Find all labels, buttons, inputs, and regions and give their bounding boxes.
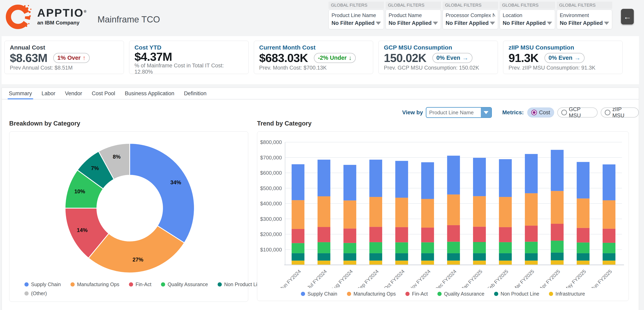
radio-icon [531, 110, 537, 115]
kpi-card-annual-cost: Annual Cost $8.63M 1% Over↑ Prev Annual … [4, 41, 124, 74]
global-filter-product-name: GLOBAL FILTERS Product Name No Filter Ap… [386, 2, 441, 29]
svg-text:34%: 34% [170, 180, 181, 186]
kpi-subtext: Prev. GCP MSU Consumption: 150.02K [384, 65, 492, 71]
view-by-control: View by Product Line Name [402, 107, 492, 118]
svg-text:Jul FY2024: Jul FY2024 [306, 268, 328, 288]
legend-dot-icon [494, 292, 498, 296]
back-button[interactable]: ← [621, 9, 634, 25]
donut-legend: Supply Chain Manufacturing Ops Fin-Act Q… [24, 281, 263, 296]
svg-text:Dec FY2024: Dec FY2024 [434, 268, 458, 288]
svg-text:$200,000: $200,000 [260, 231, 282, 237]
tab-summary[interactable]: Summary [8, 88, 32, 99]
legend-item: Infrastructure [549, 291, 585, 297]
view-by-dropdown[interactable]: Product Line Name [426, 107, 492, 118]
svg-text:14%: 14% [77, 227, 88, 233]
metrics-control: Metrics: Cost GCP MSU zIIP MSU [502, 107, 639, 117]
tab-definition[interactable]: Definition [184, 88, 207, 99]
radio-icon [605, 110, 610, 115]
svg-text:27%: 27% [132, 257, 143, 263]
legend-item: Non Product Line [218, 281, 263, 287]
legend-item: (Other) [24, 290, 47, 296]
kpi-card-gcp-msu-consumption: GCP MSU Consumption 150.02K 0% Even→ Pre… [378, 41, 498, 74]
legend-dot-icon [129, 282, 133, 286]
svg-text:$400,000: $400,000 [260, 201, 282, 207]
svg-text:8%: 8% [113, 154, 120, 160]
apptio-mainframe-tco-dashboard: APPTIO® an IBM Company Mainframe TCO GLO… [0, 0, 644, 310]
metric-radio-cost[interactable]: Cost [527, 107, 554, 117]
svg-text:Oct FY2024: Oct FY2024 [383, 268, 406, 288]
legend-item: Fin-Act [129, 281, 151, 287]
filter-section-label: GLOBAL FILTERS [557, 2, 612, 9]
legend-item: Quality Assurance [438, 291, 484, 297]
kpi-card-current-month-cost: Current Month Cost $683.03K -2% Under↓ P… [254, 41, 373, 74]
trend-legend: Supply Chain Manufacturing Ops Fin-Act Q… [257, 291, 628, 297]
legend-item: Quality Assurance [161, 281, 208, 287]
chevron-down-icon [376, 22, 381, 25]
svg-text:$700,000: $700,000 [260, 154, 282, 161]
svg-text:Jan FY2025: Jan FY2025 [460, 268, 483, 288]
legend-item: Supply Chain [24, 281, 61, 287]
filter-section-label: GLOBAL FILTERS [500, 2, 555, 9]
legend-item: Manufacturing Ops [70, 281, 119, 287]
kpi-value: $8.63M [10, 52, 47, 64]
chevron-down-icon [433, 22, 438, 25]
kpi-value: $683.03K [259, 52, 308, 64]
svg-text:Mar FY2025: Mar FY2025 [512, 268, 535, 288]
filter-section-label: GLOBAL FILTERS [442, 2, 498, 9]
trend-by-category-chart: $100,000$200,000$300,000$400,000$500,000… [257, 131, 629, 301]
legend-item: Non Product Line [494, 291, 539, 297]
kpi-subtext: Prev Annual Cost: $8.51M [10, 65, 118, 71]
svg-text:Sep FY2024: Sep FY2024 [356, 268, 380, 288]
breakdown-by-category-chart: 34%27%14%10%7%8% Supply Chain Manufactur… [9, 131, 248, 302]
legend-item: Manufacturing Ops [347, 291, 396, 297]
filter-dropdown[interactable]: Product Line Name No Filter Applied [328, 10, 384, 29]
tab-business-application[interactable]: Business Application [124, 88, 175, 99]
legend-dot-icon [218, 282, 222, 286]
global-filter-product-line-name: GLOBAL FILTERS Product Line Name No Filt… [328, 2, 384, 29]
apptio-logo: APPTIO® an IBM Company [5, 3, 87, 31]
kpi-value: 150.02K [384, 52, 426, 64]
legend-item: Fin-Act [406, 291, 428, 297]
svg-text:7%: 7% [91, 165, 99, 171]
donut-chart: 34%27%14%10%7%8% [10, 131, 248, 275]
trend-up-icon: ↑ [83, 54, 86, 62]
metric-radio-gcp-msu[interactable]: GCP MSU [557, 107, 598, 117]
tab-labor[interactable]: Labor [41, 88, 56, 99]
kpi-subtext: % of Mainframe Cost in Total IT Cost: 12… [134, 63, 243, 75]
legend-dot-icon [161, 282, 165, 286]
legend-dot-icon [24, 282, 29, 286]
global-filter-location: GLOBAL FILTERS Location No Filter Applie… [500, 2, 555, 29]
legend-dot-icon [301, 292, 305, 296]
tab-cost-pool[interactable]: Cost Pool [91, 88, 116, 99]
chevron-down-icon[interactable] [481, 108, 491, 117]
tab-vendor[interactable]: Vendor [65, 88, 83, 99]
breakdown-chart-title: Breakdown by Category [9, 120, 80, 127]
kpi-band: Annual Cost $8.63M 1% Over↑ Prev Annual … [2, 36, 639, 84]
kpi-value: $4.37M [134, 51, 172, 63]
kpi-card-cost-ytd: Cost YTD $4.37M % of Mainframe Cost in T… [129, 41, 249, 74]
kpi-value: 91.3K [508, 52, 538, 64]
filter-dropdown[interactable]: Location No Filter Applied [500, 10, 555, 29]
filter-dropdown[interactable]: Environment No Filter Applied [557, 10, 612, 29]
kpi-subtext: Prev. Month Cost: $700.13K [259, 65, 368, 71]
arrow-left-icon: ← [624, 12, 632, 21]
svg-text:10%: 10% [74, 189, 85, 195]
global-filter-processor-complex-name: GLOBAL FILTERS Processor Complex Name No… [442, 2, 498, 29]
svg-text:Nov FY2024: Nov FY2024 [408, 268, 432, 288]
brand-name: APPTIO® [37, 7, 87, 19]
filter-section-label: GLOBAL FILTERS [328, 2, 384, 9]
view-by-label: View by [402, 109, 423, 116]
chevron-down-icon [547, 22, 552, 25]
svg-text:$800,000: $800,000 [260, 139, 282, 145]
svg-text:$300,000: $300,000 [260, 216, 282, 222]
svg-text:$600,000: $600,000 [260, 170, 282, 176]
radio-icon [561, 110, 567, 115]
svg-text:$100,000: $100,000 [260, 247, 282, 253]
metric-radio-ziip-msu[interactable]: zIIP MSU [601, 107, 639, 117]
chevron-down-icon [604, 22, 609, 25]
filter-dropdown[interactable]: Processor Complex Name No Filter Applied [442, 10, 498, 29]
apptio-logo-icon [5, 3, 33, 31]
kpi-row: Annual Cost $8.63M 1% Over↑ Prev Annual … [4, 41, 622, 74]
filter-dropdown[interactable]: Product Name No Filter Applied [386, 10, 441, 29]
legend-dot-icon [24, 291, 29, 295]
